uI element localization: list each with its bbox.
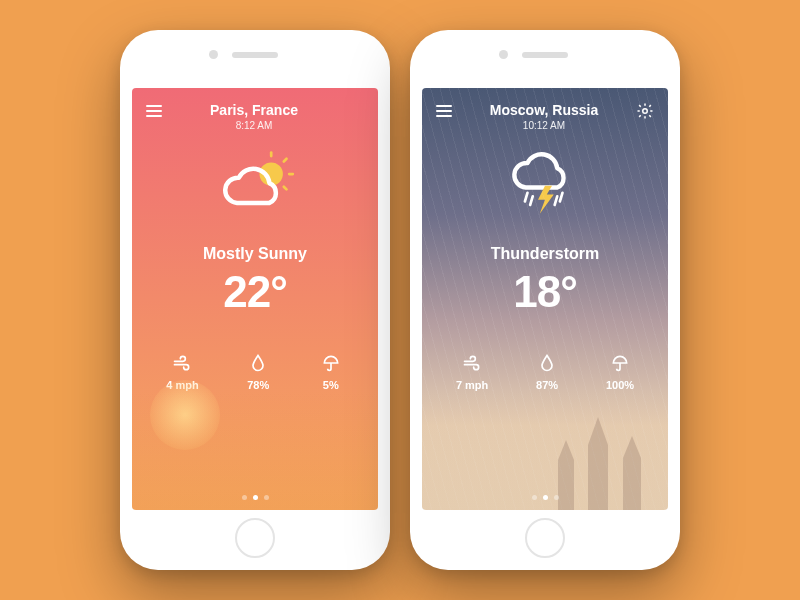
settings-icon[interactable]	[636, 102, 654, 124]
droplet-icon	[536, 353, 558, 373]
home-button[interactable]	[525, 518, 565, 558]
svg-line-4	[284, 187, 287, 190]
wind-icon	[166, 353, 198, 373]
menu-icon[interactable]	[146, 102, 162, 120]
svg-line-3	[284, 159, 287, 162]
home-button[interactable]	[235, 518, 275, 558]
time-label: 10:12 AM	[490, 120, 598, 131]
svg-line-10	[555, 196, 558, 205]
humidity-stat: 78%	[247, 353, 269, 391]
precip-stat: 5%	[318, 353, 344, 391]
thunderstorm-icon	[422, 149, 668, 223]
svg-marker-6	[538, 186, 554, 214]
time-label: 8:12 AM	[210, 120, 298, 131]
screen-paris: Paris, France 8:12 AM Mostly Sunny 22°	[132, 88, 378, 510]
humidity-stat: 87%	[536, 353, 558, 391]
umbrella-icon	[318, 353, 344, 373]
menu-icon[interactable]	[436, 102, 452, 120]
phone-frame-moscow: Moscow, Russia 10:12 AM	[410, 30, 680, 570]
skyline-illustration	[132, 390, 378, 510]
location-header[interactable]: Paris, France 8:12 AM	[210, 102, 298, 131]
city-label: Moscow, Russia	[490, 102, 598, 118]
phone-frame-paris: Paris, France 8:12 AM Mostly Sunny 22°	[120, 30, 390, 570]
screen-moscow: Moscow, Russia 10:12 AM	[422, 88, 668, 510]
condition-label: Thunderstorm	[422, 245, 668, 263]
location-header[interactable]: Moscow, Russia 10:12 AM	[490, 102, 598, 131]
stats-row: 7 mph 87% 100%	[422, 353, 668, 391]
page-indicator[interactable]	[132, 495, 378, 500]
svg-point-5	[643, 109, 648, 114]
condition-label: Mostly Sunny	[132, 245, 378, 263]
svg-line-9	[530, 196, 533, 205]
temperature-label: 18°	[422, 267, 668, 317]
kremlin-illustration	[538, 400, 658, 510]
wind-icon	[456, 353, 488, 373]
umbrella-icon	[606, 353, 634, 373]
partly-sunny-icon	[132, 149, 378, 223]
svg-line-8	[560, 193, 563, 202]
precip-stat: 100%	[606, 353, 634, 391]
page-indicator[interactable]	[422, 495, 668, 500]
temperature-label: 22°	[132, 267, 378, 317]
city-label: Paris, France	[210, 102, 298, 118]
droplet-icon	[247, 353, 269, 373]
svg-line-7	[525, 193, 528, 202]
wind-stat: 7 mph	[456, 353, 488, 391]
